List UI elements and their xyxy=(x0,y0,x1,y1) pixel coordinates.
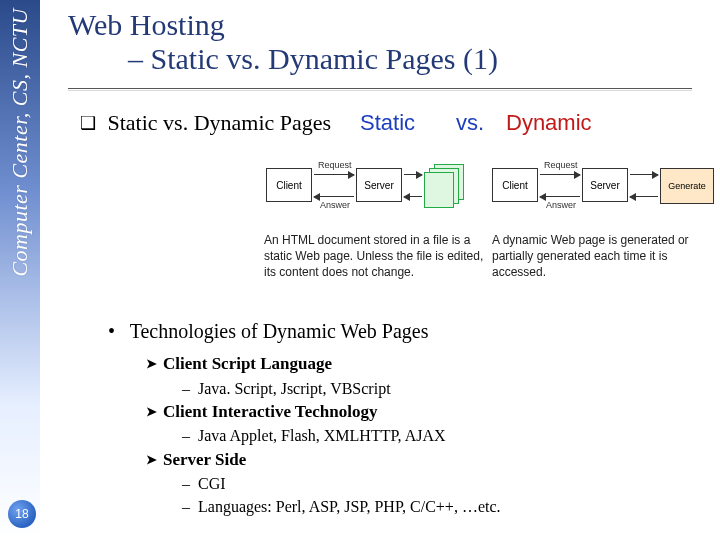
arrow-from-generator xyxy=(630,196,658,197)
tech-server-languages: Languages: Perl, ASP, JSP, PHP, C/C++, …… xyxy=(146,495,501,518)
page-number-badge: 18 xyxy=(8,500,36,528)
diagram-dynamic: Client Server Request Answer Generate xyxy=(490,150,720,240)
sidebar-affiliation-text: Computer Center, CS, NCTU xyxy=(7,8,33,277)
node-server: Server xyxy=(356,168,402,202)
title-line-1: Web Hosting xyxy=(68,8,700,42)
page-number: 18 xyxy=(15,507,28,521)
caption-static: An HTML document stored in a file is a s… xyxy=(264,232,484,281)
file-stack-icon xyxy=(424,162,464,206)
node-client: Client xyxy=(492,168,538,202)
tech-client-interactive-label: Client Interactive Technology xyxy=(146,400,501,425)
diagram-static: Client Server Request Answer xyxy=(264,150,474,240)
caption-dynamic: A dynamic Web page is generated or parti… xyxy=(492,232,702,281)
arrow-answer xyxy=(314,196,354,197)
arrow-to-files xyxy=(404,174,422,175)
column-header-static: Static xyxy=(360,110,415,136)
tech-server-cgi: CGI xyxy=(146,472,501,495)
main-bullet-text: Static vs. Dynamic Pages xyxy=(108,110,332,135)
column-header-vs: vs. xyxy=(456,110,484,136)
node-generator: Generate xyxy=(660,168,714,204)
label-request: Request xyxy=(318,160,352,170)
title-underline xyxy=(68,88,692,89)
slide-title: Web Hosting – Static vs. Dynamic Pages (… xyxy=(68,8,700,76)
tech-client-interactive-items: Java Applet, Flash, XMLHTTP, AJAX xyxy=(146,424,501,447)
tech-heading: Technologies of Dynamic Web Pages xyxy=(108,320,428,343)
file-sheet-icon xyxy=(424,172,454,208)
arrow-request xyxy=(540,174,580,175)
arrow-to-generator xyxy=(630,174,658,175)
arrow-request xyxy=(314,174,354,175)
tech-list: Client Script Language Java. Script, Jsc… xyxy=(146,352,501,519)
tech-client-script-label: Client Script Language xyxy=(146,352,501,377)
node-client: Client xyxy=(266,168,312,202)
main-bullet: Static vs. Dynamic Pages xyxy=(80,110,331,136)
tech-server-side-label: Server Side xyxy=(146,448,501,473)
label-answer: Answer xyxy=(546,200,576,210)
column-header-dynamic: Dynamic xyxy=(506,110,592,136)
node-server: Server xyxy=(582,168,628,202)
arrow-from-files xyxy=(404,196,422,197)
label-request: Request xyxy=(544,160,578,170)
label-answer: Answer xyxy=(320,200,350,210)
title-line-2: – Static vs. Dynamic Pages (1) xyxy=(68,42,700,76)
slide: Computer Center, CS, NCTU 18 Web Hosting… xyxy=(0,0,720,540)
arrow-answer xyxy=(540,196,580,197)
sidebar-affiliation: Computer Center, CS, NCTU xyxy=(0,8,40,368)
tech-client-script-items: Java. Script, Jscript, VBScript xyxy=(146,377,501,400)
tech-heading-text: Technologies of Dynamic Web Pages xyxy=(130,320,429,342)
